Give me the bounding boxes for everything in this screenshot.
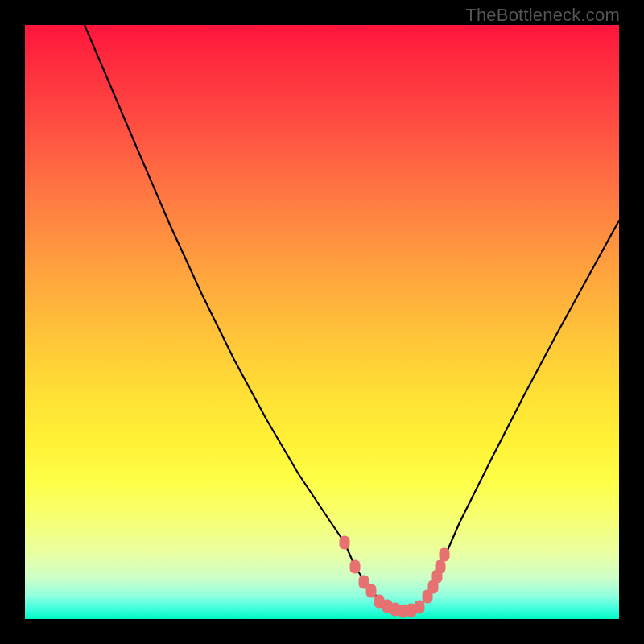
curve-marker [340,536,350,550]
curve-marker [350,560,361,574]
bottleneck-curve-svg [25,25,619,619]
chart-stage: TheBottleneck.com [0,0,644,644]
plot-area [25,25,619,619]
curve-marker [366,584,377,598]
curve-marker [440,548,450,562]
curve-marker [436,560,446,574]
attribution-text: TheBottleneck.com [465,5,620,26]
curve-marker-group [340,536,450,618]
bottleneck-curve [85,25,619,611]
curve-marker [415,601,425,614]
